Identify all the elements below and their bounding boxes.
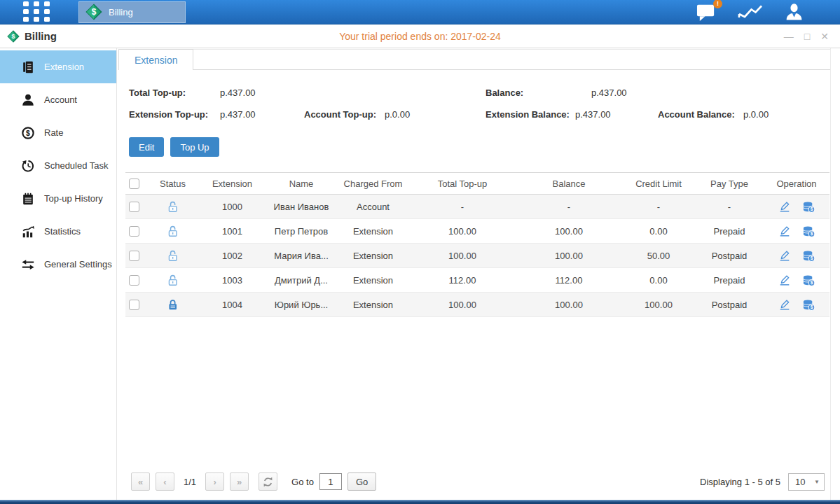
cell-total-topup: 100.00 — [409, 226, 516, 237]
cell-charged-from: Extension — [337, 300, 409, 310]
app-tab-billing[interactable]: Billing — [78, 1, 186, 23]
lock-status-icon[interactable] — [167, 274, 179, 284]
cell-extension: 1003 — [199, 275, 266, 286]
edit-extension-icon[interactable] — [778, 200, 791, 213]
cell-charged-from: Extension — [337, 275, 409, 286]
sidebar-item-rate[interactable]: Rate — [0, 116, 116, 149]
notifications-icon[interactable]: ! — [696, 2, 717, 22]
maximize-button[interactable]: □ — [804, 31, 810, 42]
trial-notice: Your trial period ends on: 2017-02-24 — [0, 31, 840, 42]
go-button[interactable]: Go — [347, 472, 376, 491]
column-balance: Balance — [516, 178, 622, 189]
main-panel: Extension Total Top-up: p.437.00 Balance… — [117, 48, 840, 500]
top-up-extension-icon[interactable] — [802, 249, 815, 262]
goto-page-input[interactable] — [319, 473, 342, 490]
billing-summary: Total Top-up: p.437.00 Balance: p.437.00… — [125, 82, 840, 125]
extension-topup-value: p.437.00 — [216, 109, 301, 120]
table-row[interactable]: 1003Дмитрий Д...Extension112.00112.000.0… — [125, 268, 829, 293]
cell-credit-limit: 100.00 — [622, 300, 695, 310]
lock-status-icon[interactable] — [167, 200, 179, 211]
column-operation: Operation — [764, 178, 829, 189]
tab-extension[interactable]: Extension — [118, 49, 193, 70]
extension-icon — [21, 60, 35, 74]
refresh-icon — [262, 476, 274, 488]
app-launcher-icon[interactable] — [23, 1, 50, 22]
last-page-button[interactable]: » — [230, 472, 249, 491]
table-header: Status Extension Name Charged From Total… — [125, 172, 829, 195]
refresh-button[interactable] — [259, 472, 277, 491]
next-page-button[interactable]: › — [205, 472, 224, 491]
app-tab-label: Billing — [109, 7, 133, 18]
tab-bar-filler — [193, 49, 830, 70]
minimize-button[interactable]: — — [784, 31, 794, 42]
top-up-button[interactable]: Top Up — [170, 137, 219, 157]
lock-status-icon[interactable] — [167, 298, 179, 309]
edit-extension-icon[interactable] — [778, 298, 791, 311]
window-title-group: Billing — [7, 30, 57, 43]
cell-charged-from: Account — [337, 202, 409, 212]
cell-pay-type: Postpaid — [695, 300, 764, 310]
chevron-down-icon: ▼ — [814, 479, 820, 485]
sidebar-item-account[interactable]: Account — [0, 83, 116, 116]
column-pay-type: Pay Type — [695, 178, 764, 189]
table-body: 1000Иван ИвановAccount----1001Петр Петро… — [125, 195, 829, 317]
cell-pay-type: - — [695, 202, 764, 212]
cell-extension: 1000 — [199, 202, 266, 212]
cell-credit-limit: - — [622, 202, 695, 212]
close-button[interactable]: ✕ — [820, 31, 829, 42]
prev-page-button[interactable]: ‹ — [156, 472, 174, 491]
extension-balance-label: Extension Balance: — [482, 109, 572, 120]
edit-extension-icon[interactable] — [778, 249, 791, 262]
lock-status-icon[interactable] — [167, 249, 179, 260]
cell-credit-limit: 0.00 — [622, 275, 695, 286]
summary-row-2: Extension Top-up: p.437.00 Account Top-u… — [125, 104, 840, 125]
first-page-button[interactable]: « — [131, 472, 150, 491]
table-row[interactable]: 1001Петр ПетровExtension100.00100.000.00… — [125, 219, 829, 244]
billing-app-icon — [85, 4, 102, 20]
top-up-extension-icon[interactable] — [802, 274, 815, 287]
table-row[interactable]: 1000Иван ИвановAccount---- — [125, 195, 829, 219]
page-indicator: 1/1 — [184, 477, 196, 487]
cell-name: Мария Ива... — [266, 251, 337, 261]
monitor-chart-icon[interactable] — [738, 3, 763, 21]
notification-badge: ! — [713, 0, 722, 8]
user-account-icon[interactable] — [783, 2, 805, 22]
cell-balance: 100.00 — [516, 226, 622, 237]
sidebar-item-scheduled-task[interactable]: Scheduled Task — [0, 149, 116, 182]
swap-arrows-icon — [21, 258, 35, 272]
top-up-extension-icon[interactable] — [802, 200, 815, 214]
edit-button[interactable]: Edit — [129, 137, 164, 157]
row-checkbox[interactable] — [129, 300, 139, 310]
balance-value: p.437.00 — [588, 88, 627, 98]
edit-extension-icon[interactable] — [778, 274, 791, 286]
cell-extension: 1004 — [199, 300, 266, 310]
top-up-extension-icon[interactable] — [802, 298, 815, 312]
lock-status-icon[interactable] — [167, 225, 179, 235]
select-all-checkbox[interactable] — [129, 178, 139, 189]
desktop-edge — [0, 500, 840, 504]
cell-extension: 1001 — [199, 226, 266, 237]
extensions-table: Status Extension Name Charged From Total… — [125, 172, 829, 317]
sidebar-item-general-settings[interactable]: General Settings — [0, 248, 116, 281]
sidebar-item-topup-history[interactable]: Top-up History — [0, 182, 116, 215]
cell-name: Иван Иванов — [266, 202, 337, 212]
cell-balance: 100.00 — [516, 251, 622, 261]
table-row[interactable]: 1002Мария Ива...Extension100.00100.0050.… — [125, 244, 829, 268]
window-controls: — □ ✕ — [784, 31, 829, 42]
edit-extension-icon[interactable] — [778, 225, 791, 237]
sidebar-item-statistics[interactable]: Statistics — [0, 215, 116, 248]
top-up-extension-icon[interactable] — [802, 225, 815, 238]
table-row[interactable]: 1004Юрий Юрь...Extension100.00100.00100.… — [125, 293, 829, 317]
row-checkbox[interactable] — [129, 226, 139, 237]
sidebar-item-extension[interactable]: Extension — [0, 50, 116, 83]
balance-label: Balance: — [482, 88, 588, 98]
row-checkbox[interactable] — [129, 251, 139, 261]
clock-history-icon — [21, 159, 35, 173]
page-size-select[interactable]: 10 ▼ — [788, 473, 825, 491]
window-titlebar: Billing Your trial period ends on: 2017-… — [0, 24, 840, 48]
sidebar: Extension Account Rate Scheduled Task To… — [0, 48, 117, 500]
account-balance-value: p.0.00 — [740, 109, 769, 120]
row-checkbox[interactable] — [129, 275, 139, 286]
row-checkbox[interactable] — [129, 202, 139, 212]
cell-name: Петр Петров — [266, 226, 337, 237]
